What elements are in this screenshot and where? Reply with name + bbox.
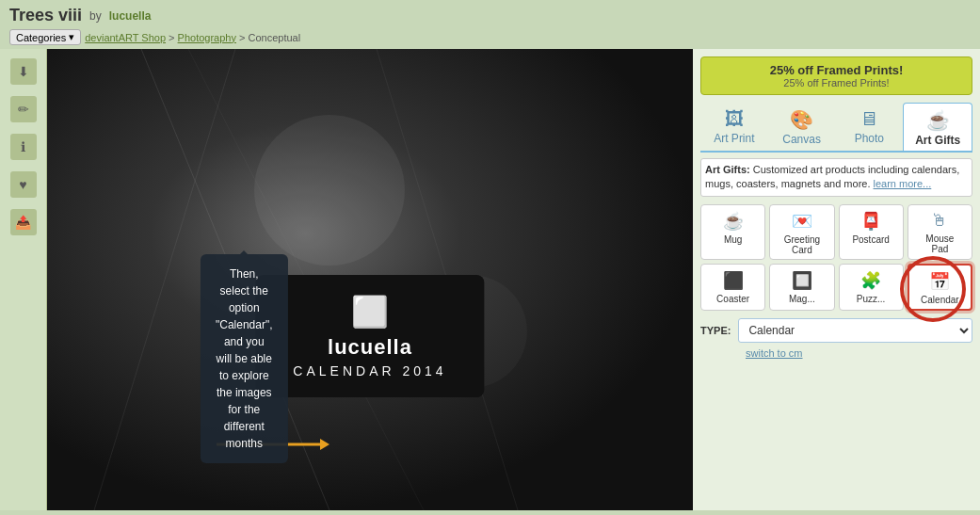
product-item-mouse-pad[interactable]: 🖱 MousePad: [908, 204, 972, 260]
favorite-icon[interactable]: ♥: [10, 171, 37, 198]
type-label: TYPE:: [700, 325, 731, 336]
tab-canvas-label: Canvas: [782, 133, 821, 146]
tab-canvas[interactable]: 🎨 Canvas: [768, 103, 836, 151]
logo-text: lucuella: [293, 335, 446, 360]
product-grid: ☕ Mug 💌 GreetingCard 📮 Postcard 🖱 MouseP…: [700, 204, 972, 311]
logo-name: lucuella: [328, 335, 412, 359]
product-item-puzzle[interactable]: 🧩 Puzz...: [839, 264, 904, 311]
breadcrumb-sep2: >: [239, 32, 248, 43]
canvas-icon: 🎨: [772, 108, 832, 131]
categories-chevron-icon: ▾: [69, 31, 74, 43]
svg-point-5: [254, 115, 405, 266]
categories-label: Categories: [16, 32, 66, 43]
main-content: ⬇ ✏ ℹ ♥ 📤: [0, 49, 980, 510]
puzzle-icon: 🧩: [843, 270, 899, 291]
info-icon[interactable]: ℹ: [10, 134, 37, 160]
product-item-coaster[interactable]: ⬛ Coaster: [700, 264, 765, 311]
tooltip-box: Then, select the option "Calendar", and …: [201, 254, 288, 463]
product-item-postcard[interactable]: 📮 Postcard: [839, 204, 904, 260]
tab-art-gifts[interactable]: ☕ Art Gifts: [903, 103, 972, 151]
coaster-icon: ⬛: [705, 270, 761, 291]
mug-icon: ☕: [705, 211, 761, 232]
greeting-card-icon: 💌: [774, 211, 829, 232]
product-item-greeting-card[interactable]: 💌 GreetingCard: [769, 204, 834, 260]
page-title: Trees viii: [9, 6, 82, 25]
tooltip-text: Then, select the option "Calendar", and …: [216, 267, 273, 450]
by-label: by: [89, 9, 102, 23]
left-sidebar: ⬇ ✏ ℹ ♥ 📤: [0, 49, 47, 510]
breadcrumb-conceptual: Conceptual: [249, 32, 301, 43]
breadcrumb-shop-link[interactable]: deviantART Shop: [85, 32, 166, 43]
svg-marker-8: [320, 439, 329, 450]
promo-banner: 25% off Framed Prints! 25% off Framed Pr…: [700, 56, 972, 95]
product-item-calendar-wrapper: 📅 Calendar: [908, 264, 972, 311]
edit-icon[interactable]: ✏: [10, 96, 37, 122]
art-gifts-icon: ☕: [908, 109, 968, 132]
mouse-pad-icon: 🖱: [912, 211, 968, 231]
mug-label: Mug: [724, 234, 742, 245]
logo-icon: ⬜: [293, 294, 446, 330]
tab-art-print[interactable]: 🖼 Art Print: [700, 103, 768, 151]
tab-photo[interactable]: 🖥 Photo: [836, 103, 904, 151]
magnet-label: Mag...: [789, 294, 815, 304]
calendar-year: CALENDAR 2014: [293, 363, 446, 378]
logo-box: ⬜ lucuella CALENDAR 2014: [255, 275, 484, 397]
breadcrumb-sep1: >: [169, 32, 177, 43]
learn-more-link[interactable]: learn more...: [874, 178, 932, 189]
download-icon[interactable]: ⬇: [10, 58, 37, 85]
breadcrumb-links: deviantART Shop > Photography > Conceptu…: [85, 32, 300, 43]
tab-art-gifts-label: Art Gifts: [915, 134, 960, 147]
product-item-magnet[interactable]: 🔲 Mag...: [769, 264, 834, 311]
postcard-icon: 📮: [843, 211, 899, 232]
author-name: lucuella: [109, 9, 152, 23]
greeting-card-label: GreetingCard: [784, 234, 820, 255]
categories-button[interactable]: Categories ▾: [9, 29, 81, 45]
art-gifts-bold: Art Gifts:: [705, 164, 750, 175]
coaster-label: Coaster: [716, 294, 749, 304]
artwork-image: ⬜ lucuella CALENDAR 2014 Then, select th…: [47, 49, 693, 510]
type-row: TYPE: Calendar: [700, 318, 972, 343]
magnet-icon: 🔲: [774, 270, 829, 291]
tab-art-print-label: Art Print: [714, 132, 754, 145]
postcard-label: Postcard: [852, 234, 889, 245]
page-header: Trees viii by lucuella: [0, 0, 980, 27]
right-panel: 25% off Framed Prints! 25% off Framed Pr…: [693, 49, 980, 510]
main-image-area: ⬜ lucuella CALENDAR 2014 Then, select th…: [47, 49, 693, 510]
product-item-mug[interactable]: ☕ Mug: [700, 204, 765, 260]
calendar-logo-overlay: ⬜ lucuella CALENDAR 2014: [255, 275, 484, 397]
art-print-icon: 🖼: [704, 108, 764, 130]
breadcrumb: Categories ▾ deviantART Shop > Photograp…: [0, 27, 980, 49]
tab-photo-label: Photo: [855, 132, 884, 145]
promo-subtitle: 25% off Framed Prints!: [707, 77, 966, 89]
breadcrumb-photography-link[interactable]: Photography: [178, 32, 236, 43]
calendar-label: Calendar: [921, 295, 959, 305]
calendar-icon: 📅: [913, 271, 967, 292]
type-select[interactable]: Calendar: [738, 318, 972, 343]
share-icon[interactable]: 📤: [10, 209, 37, 235]
photo-icon: 🖥: [840, 108, 900, 130]
product-item-calendar[interactable]: 📅 Calendar: [908, 264, 972, 311]
puzzle-label: Puzz...: [857, 294, 886, 304]
product-tabs: 🖼 Art Print 🎨 Canvas 🖥 Photo ☕ Art Gifts: [700, 103, 972, 153]
switch-cm-link[interactable]: switch to cm: [746, 347, 803, 359]
art-gifts-description: Art Gifts: Customized art products inclu…: [700, 158, 972, 197]
mouse-pad-label: MousePad: [925, 233, 954, 254]
promo-title: 25% off Framed Prints!: [707, 63, 966, 77]
